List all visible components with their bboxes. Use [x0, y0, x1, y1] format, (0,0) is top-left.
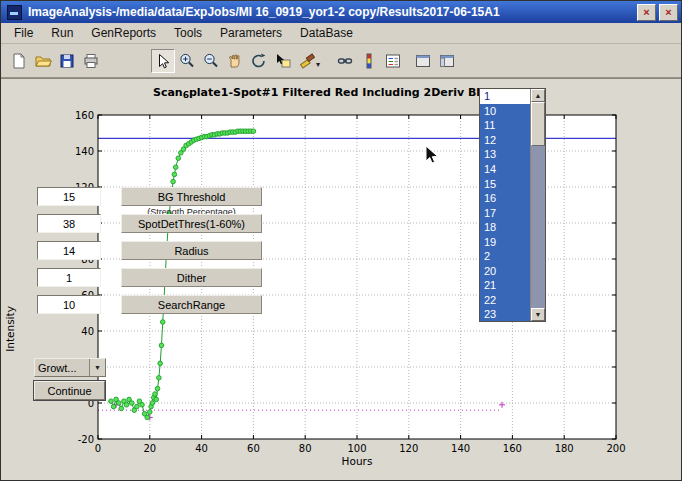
spot-list-item-23[interactable]: 23 [480, 307, 530, 321]
spot-list-item-18[interactable]: 18 [480, 220, 530, 235]
spot-list-item-19[interactable]: 19 [480, 234, 530, 249]
param-value-searchrange[interactable]: 10 [37, 295, 101, 314]
plot-title: Scan6plate1-Spot#1 Filtered Red Includin… [153, 86, 480, 100]
continue-button[interactable]: Continue [34, 381, 105, 400]
x-tick-label: 80 [299, 443, 312, 454]
insert-colorbar-icon[interactable] [357, 49, 381, 73]
zoom-in-icon[interactable] [175, 49, 199, 73]
spot-list-item-13[interactable]: 13 [480, 147, 530, 162]
param-value-spotdetthres-1-60[interactable]: 38 [37, 214, 101, 233]
x-tick-label: 200 [606, 443, 625, 454]
print-icon[interactable] [79, 49, 103, 73]
growth-curve-marker [158, 361, 163, 366]
param-button-dither[interactable]: Dither [121, 268, 262, 287]
menu-item-database[interactable]: DataBase [291, 24, 362, 42]
param-button-spotdetthres-1-60[interactable]: SpotDetThres(1-60%) [121, 214, 262, 233]
spot-list-item-2[interactable]: 2 [480, 249, 530, 264]
menu-item-parameters[interactable]: Parameters [211, 24, 291, 42]
growth-curve-marker [172, 172, 177, 177]
listbox-scrollbar[interactable]: ▲ ▼ [530, 89, 545, 321]
growth-curve-marker [140, 403, 145, 408]
growth-curve-marker [155, 386, 160, 391]
x-tick-label: 20 [143, 443, 156, 454]
param-value-bg-threshold[interactable]: 15 [37, 187, 101, 206]
new-file-icon[interactable] [7, 49, 31, 73]
select-arrow-icon[interactable] [151, 49, 175, 73]
spot-list-item-11[interactable]: 11 [480, 118, 530, 133]
x-tick-label: 160 [503, 443, 522, 454]
y-tick-label: -20 [78, 434, 94, 445]
growth-curve-marker [116, 401, 121, 406]
growth-curve-marker [129, 401, 134, 406]
hide-plot-tools-icon[interactable] [411, 49, 435, 73]
save-icon[interactable] [55, 49, 79, 73]
growth-curve-marker [160, 320, 165, 325]
show-plot-tools-icon[interactable] [435, 49, 459, 73]
x-axis-label: Hours [342, 455, 373, 467]
spot-list-item-16[interactable]: 16 [480, 191, 530, 206]
menu-item-tools[interactable]: Tools [165, 24, 211, 42]
growth-curve-marker [111, 404, 116, 409]
growth-model-select[interactable]: Growt... ▼ [34, 358, 106, 377]
growth-curve-marker [135, 404, 140, 409]
param-button-radius[interactable]: Radius [121, 241, 262, 260]
window-title: ImageAnalysis-/media/data/ExpJobs/MI 16_… [28, 5, 634, 19]
growth-plot[interactable]: 020406080100120140160180200-200204060801… [1, 79, 682, 481]
toolbar: ▾ [1, 44, 681, 78]
scrollbar-track[interactable] [531, 102, 545, 308]
growth-curve-marker [148, 410, 153, 415]
menu-item-file[interactable]: File [5, 24, 42, 42]
mouse-cursor-icon [425, 145, 439, 166]
link-plot-icon[interactable] [333, 49, 357, 73]
param-button-searchrange[interactable]: SearchRange [121, 295, 262, 314]
open-file-icon[interactable] [31, 49, 55, 73]
growth-curve-marker [145, 415, 150, 420]
spot-list-item-21[interactable]: 21 [480, 278, 530, 293]
growth-curve-marker [173, 165, 178, 170]
data-cursor-icon[interactable] [271, 49, 295, 73]
growth-curve-marker [176, 156, 181, 161]
param-value-radius[interactable]: 14 [37, 241, 101, 260]
rotate-3d-icon[interactable] [247, 49, 271, 73]
menu-bar: FileRunGenReportsToolsParametersDataBase [1, 23, 681, 44]
menu-item-genreports[interactable]: GenReports [82, 24, 165, 42]
growth-curve-marker [119, 406, 124, 411]
app-icon[interactable] [7, 5, 22, 20]
minimize-button[interactable]: × [637, 4, 656, 21]
scroll-down-icon[interactable]: ▼ [531, 308, 545, 321]
spot-list-item-12[interactable]: 12 [480, 133, 530, 148]
spot-list-item-17[interactable]: 17 [480, 205, 530, 220]
spot-list-item-15[interactable]: 15 [480, 176, 530, 191]
scroll-up-icon[interactable]: ▲ [531, 89, 545, 102]
growth-curve-marker [124, 403, 129, 408]
spot-list-item-14[interactable]: 14 [480, 162, 530, 177]
spot-list-item-1[interactable]: 1 [480, 89, 530, 104]
param-value-dither[interactable]: 1 [37, 268, 101, 287]
x-tick-label: 180 [555, 443, 574, 454]
spot-list-item-20[interactable]: 20 [480, 264, 530, 279]
x-tick-label: 0 [95, 443, 101, 454]
growth-curve-marker [157, 376, 162, 381]
menu-item-run[interactable]: Run [42, 24, 82, 42]
insert-legend-icon[interactable] [381, 49, 405, 73]
spot-list-item-22[interactable]: 22 [480, 293, 530, 308]
spot-list: 110111213141516171819220212223 [480, 89, 530, 321]
y-tick-label: 160 [75, 110, 94, 121]
spot-list-item-10[interactable]: 10 [480, 104, 530, 119]
y-tick-label: 140 [75, 146, 94, 157]
growth-curve-marker [109, 399, 114, 404]
zoom-out-icon[interactable] [199, 49, 223, 73]
scrollbar-thumb[interactable] [531, 102, 545, 146]
growth-curve-marker [251, 129, 256, 134]
x-tick-label: 40 [195, 443, 208, 454]
growth-model-value: Growt... [35, 362, 89, 374]
growth-curve-marker [159, 343, 164, 348]
x-tick-label: 100 [347, 443, 366, 454]
brush-dropdown-icon[interactable]: ▾ [316, 60, 320, 69]
spot-number-listbox[interactable]: 110111213141516171819220212223 ▲ ▼ [479, 88, 546, 322]
close-button[interactable]: × [659, 4, 678, 21]
pan-hand-icon[interactable] [223, 49, 247, 73]
x-tick-label: 60 [247, 443, 260, 454]
param-button-bg-threshold[interactable]: BG Threshold [121, 187, 262, 206]
chevron-down-icon[interactable]: ▼ [89, 359, 105, 376]
